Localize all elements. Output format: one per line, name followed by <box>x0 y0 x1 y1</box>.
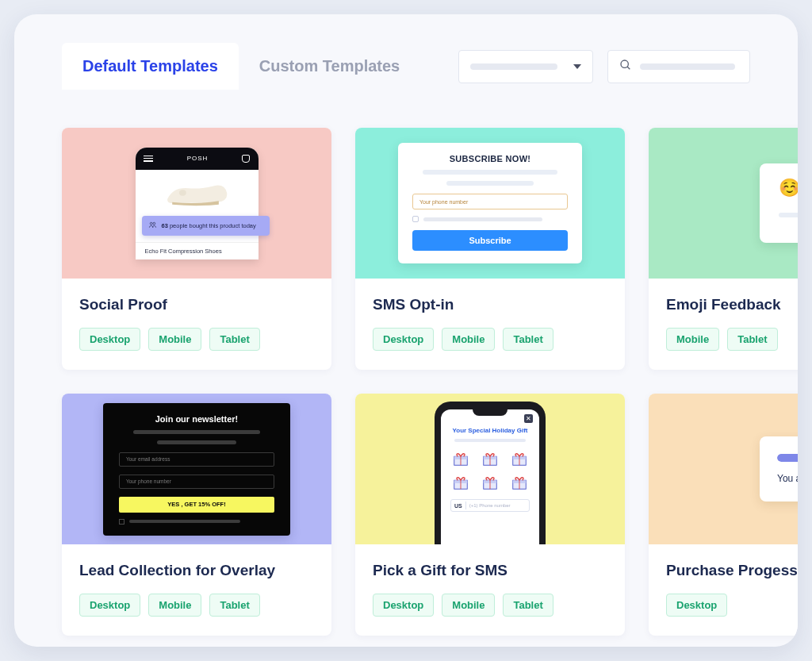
cart-icon <box>242 155 250 163</box>
progress-bar <box>777 454 798 462</box>
header-controls <box>458 50 750 83</box>
gift-grid <box>450 450 530 491</box>
header: Default Templates Custom Templates <box>14 14 798 90</box>
template-title: SMS Opt-in <box>373 296 607 313</box>
brand-label: POSH <box>187 155 209 162</box>
popup-heading: Join our newsletter! <box>119 414 274 424</box>
search-input[interactable] <box>607 50 750 83</box>
close-icon: ✕ <box>524 414 533 423</box>
consent-row <box>412 216 568 222</box>
card-body: Emoji Feedback Mobile Tablet <box>649 279 798 370</box>
placeholder-line <box>423 217 542 221</box>
device-tags: Desktop Mobile Tablet <box>79 594 314 617</box>
template-card[interactable]: Join our newsletter! Your email address … <box>62 394 331 636</box>
template-thumbnail: ☺️ 🙂 🥺 😍 <box>649 128 798 279</box>
phone-mock: ✕ Your Special Holiday Gift <box>435 402 546 544</box>
tab-default-templates[interactable]: Default Templates <box>62 43 239 90</box>
phone-input: Your phone number <box>119 475 274 489</box>
product-image <box>136 170 259 216</box>
gift-icon <box>508 450 530 467</box>
svg-point-3 <box>150 222 152 225</box>
chevron-down-icon <box>573 64 581 69</box>
country-code: US <box>454 503 462 509</box>
email-input: Your email address <box>119 452 274 467</box>
search-icon <box>619 59 632 75</box>
progress-fill <box>777 454 798 462</box>
product-name: Echo Fit Compression Shoes <box>136 242 259 255</box>
svg-point-2 <box>179 190 186 195</box>
placeholder-line <box>779 213 798 217</box>
placeholder-line <box>446 181 534 186</box>
placeholder-line <box>129 520 240 523</box>
tag-mobile: Mobile <box>148 594 201 617</box>
newsletter-popup: Join our newsletter! Your email address … <box>103 403 290 536</box>
phone-placeholder: (+1) Phone number <box>469 503 511 508</box>
card-body: Lead Collection for Overlay Desktop Mobi… <box>62 544 331 636</box>
phone-screen: ✕ Your Special Holiday Gift <box>441 409 539 544</box>
template-card[interactable]: You are 10€ away from FRE Purchase Proge… <box>649 394 798 636</box>
emoji-icon: ☺️ <box>779 178 798 198</box>
template-card[interactable]: POSH 63 people boug <box>62 128 331 370</box>
emoji-row: ☺️ 🙂 🥺 😍 <box>779 178 798 198</box>
popup-heading: Your Special Holiday Gift <box>450 427 530 434</box>
svg-point-0 <box>621 60 628 67</box>
tag-tablet: Tablet <box>209 594 259 617</box>
placeholder-line <box>133 430 260 434</box>
template-thumbnail: Join our newsletter! Your email address … <box>62 394 331 544</box>
tag-desktop: Desktop <box>373 594 434 617</box>
tab-label: Custom Templates <box>259 57 400 75</box>
template-card[interactable]: ☺️ 🙂 🥺 😍 Emoji Feedback Mobile Tablet <box>649 128 798 370</box>
emoji-popup: ☺️ 🙂 🥺 😍 <box>760 163 798 243</box>
tag-desktop: Desktop <box>79 328 140 351</box>
device-tags: Desktop Mobile Tablet <box>373 328 607 351</box>
phone-input: Your phone number <box>412 194 568 209</box>
filter-select[interactable] <box>458 50 593 83</box>
subscribe-popup: SUBSCRIBE NOW! Your phone number Subscri… <box>398 143 582 263</box>
tag-tablet: Tablet <box>503 328 553 351</box>
phone-mock: POSH 63 people boug <box>136 148 259 259</box>
template-card[interactable]: ✕ Your Special Holiday Gift <box>355 394 625 636</box>
tab-custom-templates[interactable]: Custom Templates <box>239 43 420 90</box>
tag-desktop: Desktop <box>79 594 140 617</box>
template-thumbnail: ✕ Your Special Holiday Gift <box>355 394 625 544</box>
template-thumbnail: SUBSCRIBE NOW! Your phone number Subscri… <box>355 128 625 279</box>
device-tags: Desktop Mobile Tablet <box>373 594 607 617</box>
template-thumbnail: POSH 63 people boug <box>62 128 331 279</box>
card-body: SMS Opt-in Desktop Mobile Tablet <box>355 279 625 370</box>
placeholder-line <box>157 440 236 444</box>
placeholder-line <box>454 439 526 442</box>
app-window: Default Templates Custom Templates <box>14 14 798 647</box>
phone-notch <box>473 408 508 416</box>
device-tags: Desktop Mobile Tablet <box>79 328 314 351</box>
tabs: Default Templates Custom Templates <box>62 43 420 90</box>
select-placeholder <box>470 63 557 70</box>
tag-tablet: Tablet <box>209 328 259 351</box>
card-body: Purchase Progess Desktop <box>649 544 798 636</box>
consent-row <box>119 519 274 525</box>
checkbox-icon <box>119 519 124 525</box>
proof-text: 63 people bought this product today <box>162 222 256 229</box>
menu-icon <box>144 156 153 162</box>
template-card[interactable]: SUBSCRIBE NOW! Your phone number Subscri… <box>355 128 625 370</box>
template-thumbnail: You are 10€ away from FRE <box>649 394 798 544</box>
tag-desktop: Desktop <box>373 328 434 351</box>
phone-input: US (+1) Phone number <box>450 499 530 512</box>
placeholder-line <box>423 170 557 175</box>
phone-header: POSH <box>136 148 259 170</box>
card-body: Social Proof Desktop Mobile Tablet <box>62 279 331 370</box>
tag-mobile: Mobile <box>666 328 719 351</box>
progress-text: You are 10€ away from FRE <box>777 473 798 484</box>
device-tags: Mobile Tablet <box>666 328 798 351</box>
people-icon <box>148 221 157 231</box>
gift-icon <box>450 450 472 467</box>
template-grid: POSH 63 people boug <box>14 90 798 647</box>
template-title: Social Proof <box>79 296 314 313</box>
template-title: Emoji Feedback <box>666 296 798 313</box>
gift-icon <box>480 474 501 491</box>
popup-heading: SUBSCRIBE NOW! <box>412 154 568 163</box>
tag-tablet: Tablet <box>503 594 553 617</box>
checkbox-icon <box>412 216 419 222</box>
template-title: Lead Collection for Overlay <box>79 562 314 579</box>
svg-point-4 <box>152 222 155 225</box>
subscribe-button: Subscribe <box>412 230 568 251</box>
